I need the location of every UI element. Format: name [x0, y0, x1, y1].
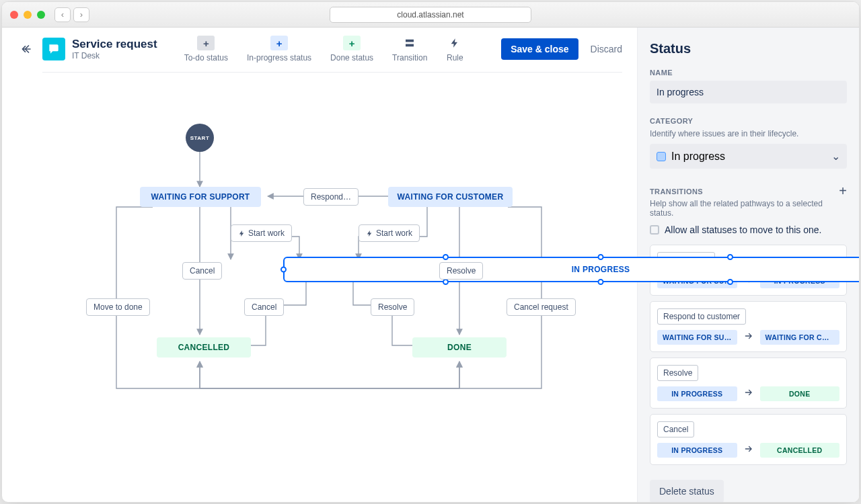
start-node[interactable]: START [186, 124, 214, 152]
title-block: Service request IT Desk [72, 38, 157, 60]
category-swatch-icon [657, 152, 666, 161]
edges-layer [2, 73, 637, 502]
transition-to: WAITING FOR CU… [760, 330, 840, 345]
category-help: Identify where issues are in their lifec… [650, 129, 847, 138]
app-window: ‹ › cloud.atlassian.net Service request … [1, 1, 860, 503]
project-icon [42, 38, 65, 60]
save-button[interactable]: Save & close [501, 38, 578, 60]
arrow-right-icon [743, 388, 755, 400]
allow-all-checkbox[interactable]: Allow all statuses to move to this one. [650, 224, 847, 235]
transition-start-work-right[interactable]: Start work [359, 224, 420, 242]
url-bar[interactable]: cloud.atlassian.net [330, 7, 531, 23]
transition-card[interactable]: ResolveIN PROGRESSDONE [650, 358, 847, 409]
add-rule[interactable]: Rule [446, 36, 463, 62]
transition-respond[interactable]: Respond… [303, 188, 359, 206]
window-controls [10, 11, 45, 19]
checkbox-icon [650, 225, 659, 235]
transition-cancel-request[interactable]: Cancel request [507, 298, 576, 316]
tool-items: + To-do status + In-progress status + Do… [184, 36, 464, 62]
transition-from: IN PROGRESS [657, 386, 737, 401]
status-in-progress[interactable]: IN PROGRESS [283, 257, 859, 282]
category-label: CATEGORY [650, 117, 847, 125]
add-done-status[interactable]: + Done status [330, 36, 373, 62]
add-transition[interactable]: Transition [392, 36, 427, 62]
transition-to: DONE [760, 386, 840, 401]
transition-resolve-right[interactable]: Resolve [439, 262, 483, 280]
transition-from: IN PROGRESS [657, 443, 737, 458]
workflow-title: Service request [72, 38, 157, 51]
status-done[interactable]: DONE [412, 337, 507, 358]
forward-browser-button[interactable]: › [73, 7, 89, 22]
svg-rect-0 [406, 40, 414, 42]
back-browser-button[interactable]: ‹ [54, 7, 71, 22]
allow-all-label: Allow all statuses to move to this one. [665, 224, 821, 235]
status-name-input[interactable] [650, 81, 847, 103]
content: Service request IT Desk + To-do status +… [2, 28, 859, 502]
transition-name: Cancel [663, 425, 688, 434]
transition-name: Resolve [663, 368, 692, 378]
category-select[interactable]: In progress ⌄ [650, 144, 847, 169]
transition-name: Respond to customer [663, 312, 740, 321]
chevron-down-icon: ⌄ [831, 150, 840, 163]
transitions-help: Help show all the related pathways to a … [650, 199, 847, 218]
transition-move-to-done[interactable]: Move to done [86, 298, 150, 316]
transition-cancel-mid[interactable]: Cancel [244, 298, 284, 316]
transitions-label: TRANSITIONS [650, 187, 703, 196]
back-button[interactable] [17, 39, 37, 59]
minimize-window-icon[interactable] [24, 11, 32, 19]
transition-card[interactable]: CancelIN PROGRESSCANCELLED [650, 414, 847, 465]
editor-toolbar: Service request IT Desk + To-do status +… [2, 28, 637, 62]
workflow-canvas[interactable]: START WAITING FOR SUPPORT WAITING FOR CU… [2, 73, 637, 502]
discard-button[interactable]: Discard [591, 44, 622, 54]
delete-status-button[interactable]: Delete status [650, 480, 724, 502]
add-inprogress-status[interactable]: + In-progress status [247, 36, 311, 62]
arrow-right-icon [743, 444, 755, 456]
panel-title: Status [650, 41, 847, 56]
status-waiting-for-support[interactable]: WAITING FOR SUPPORT [140, 187, 261, 207]
maximize-window-icon[interactable] [37, 11, 45, 19]
category-value: In progress [671, 151, 725, 163]
titlebar: ‹ › cloud.atlassian.net [2, 2, 859, 28]
status-cancelled[interactable]: CANCELLED [157, 337, 251, 358]
svg-rect-1 [406, 44, 414, 47]
add-todo-status[interactable]: + To-do status [184, 36, 228, 62]
transition-to: CANCELLED [760, 443, 840, 458]
transition-resolve-mid[interactable]: Resolve [371, 298, 414, 316]
transition-card[interactable]: Respond to customerWAITING FOR SUP…WAITI… [650, 301, 847, 352]
transition-from: WAITING FOR SUP… [657, 330, 737, 345]
rule-icon [366, 230, 373, 237]
workflow-editor: Service request IT Desk + To-do status +… [2, 28, 637, 502]
add-transition-button[interactable]: + [839, 183, 847, 199]
arrow-right-icon [743, 331, 755, 343]
browser-nav: ‹ › [54, 7, 89, 22]
transition-start-work-left[interactable]: Start work [231, 224, 292, 242]
close-window-icon[interactable] [10, 11, 18, 19]
status-waiting-for-customer[interactable]: WAITING FOR CUSTOMER [388, 187, 513, 207]
transition-cancel-left[interactable]: Cancel [182, 262, 222, 280]
rule-icon [238, 230, 246, 237]
status-in-progress-label: IN PROGRESS [572, 265, 630, 274]
project-name: IT Desk [72, 51, 157, 60]
name-label: NAME [650, 69, 847, 77]
